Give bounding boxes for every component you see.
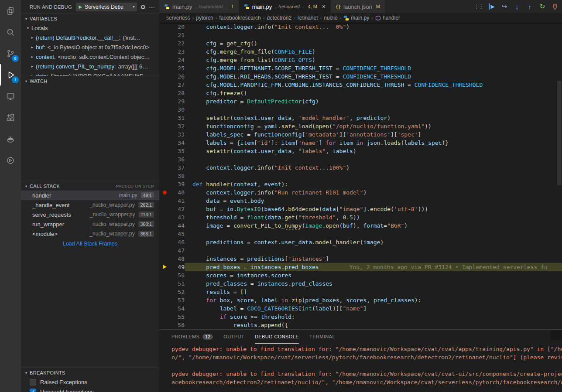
- gear-icon[interactable]: ⚙: [140, 4, 146, 10]
- debug-step-into-button[interactable]: ↓: [513, 2, 521, 11]
- code-text[interactable]: cfg.MODEL.RETINANET.SCORE_THRESH_TEST = …: [185, 64, 562, 72]
- code-text[interactable]: results.append({: [185, 321, 562, 329]
- code-text[interactable]: [185, 106, 562, 114]
- checkbox[interactable]: [30, 379, 36, 385]
- breadcrumb-item-detectron2[interactable]: detectron2: [267, 15, 291, 21]
- gutter-glyph-margin[interactable]: [159, 230, 171, 238]
- gutter-glyph-margin[interactable]: [159, 164, 171, 172]
- variable-row[interactable]: ▸data:{'image': 'iVBOR.OXG=AAAANSUhE…: [21, 71, 159, 76]
- code-text[interactable]: context.logger.info("Init context...100%…: [185, 164, 562, 172]
- gutter-glyph-margin[interactable]: [159, 304, 171, 313]
- code-text[interactable]: labels = {item['id']: item['name'] for i…: [185, 139, 562, 147]
- gutter-glyph-margin[interactable]: [159, 81, 171, 89]
- code-text[interactable]: functionconfig = yaml.safe_load(open("/o…: [185, 122, 562, 130]
- code-text[interactable]: [185, 31, 562, 39]
- debug-restart-button[interactable]: ↻: [538, 2, 547, 11]
- code-text[interactable]: [185, 155, 562, 164]
- debug-step-over-button[interactable]: ↪: [500, 2, 509, 11]
- load-all-stack-frames-link[interactable]: Load All Stack Frames: [21, 239, 159, 249]
- gutter-glyph-margin[interactable]: [159, 205, 171, 213]
- activity-item-remote-explorer[interactable]: [0, 85, 21, 107]
- gutter-glyph-margin[interactable]: [159, 288, 171, 296]
- gutter-glyph-margin[interactable]: [159, 89, 171, 97]
- code-text[interactable]: predictions = context.user_data.model_ha…: [185, 238, 562, 246]
- code-text[interactable]: instances = predictions['instances']: [185, 255, 562, 263]
- activity-item-docker[interactable]: [0, 128, 21, 150]
- editor-tab-main.py[interactable]: main.py.../retinanet/...4, M×: [239, 0, 331, 13]
- code-text[interactable]: if score >= threshold:: [185, 313, 562, 321]
- editor-scrollbar[interactable]: [557, 24, 562, 329]
- close-icon[interactable]: ×: [322, 3, 326, 10]
- code-text[interactable]: cfg.merge_from_list(CONFIG_OPTS): [185, 56, 562, 64]
- gutter-glyph-margin[interactable]: [159, 222, 171, 230]
- debug-config-dropdown[interactable]: ▶ Serverless Debu ▾: [76, 3, 137, 11]
- gutter-glyph-margin[interactable]: [159, 155, 171, 164]
- breadcrumb-item-handler[interactable]: handler: [375, 15, 400, 21]
- gutter-glyph-margin[interactable]: [159, 296, 171, 304]
- code-text[interactable]: for box, score, label in zip(pred_boxes,…: [185, 296, 562, 304]
- variable-row[interactable]: ▸(return) convert_PIL_to_numpy:array([[[…: [21, 61, 159, 71]
- code-text[interactable]: image = convert_PIL_to_numpy(Image.open(…: [185, 222, 562, 230]
- gutter-glyph-margin[interactable]: [159, 97, 171, 106]
- breadcrumb-item-main.py[interactable]: main.py: [343, 15, 369, 21]
- code-text[interactable]: cfg.MODEL.PANOPTIC_FPN.COMBINE.INSTANCES…: [185, 81, 562, 89]
- stack-frame-handler[interactable]: handlermain.py49:1: [21, 191, 159, 200]
- gutter-glyph-margin[interactable]: [159, 263, 171, 271]
- gutter-glyph-margin[interactable]: [159, 122, 171, 130]
- variable-row[interactable]: ▸context:<nuclio_sdk.context.Context obj…: [21, 52, 159, 61]
- breadcrumb-item-pytorch[interactable]: pytorch: [196, 15, 213, 21]
- code-text[interactable]: cfg.merge_from_file(CONFIG_FILE): [185, 48, 562, 56]
- variables-section-header[interactable]: ▾ VARIABLES: [21, 14, 159, 23]
- gutter-glyph-margin[interactable]: [159, 31, 171, 39]
- gutter-glyph-margin[interactable]: [159, 238, 171, 246]
- variable-row[interactable]: ▸buf:<_io.BytesIO object at 0x7f5a2dc1ec…: [21, 42, 159, 52]
- activity-item-search[interactable]: [0, 21, 21, 43]
- activity-item-source-control[interactable]: 8: [0, 43, 21, 64]
- start-debugging-icon[interactable]: ▶: [79, 4, 82, 9]
- gutter-glyph-margin[interactable]: [159, 147, 171, 155]
- debug-step-out-button[interactable]: ↑: [525, 2, 534, 11]
- gutter-glyph-margin[interactable]: [159, 23, 171, 31]
- debug-console-output[interactable]: pydev debugger: unable to find translati…: [159, 344, 562, 392]
- panel-tab-debug-console[interactable]: DEBUG CONSOLE: [255, 330, 299, 344]
- code-text[interactable]: pred_boxes = instances.pred_boxesYou, 2 …: [185, 263, 562, 271]
- panel-tab-output[interactable]: OUTPUT: [223, 330, 244, 344]
- code-text[interactable]: [185, 230, 562, 238]
- activity-item-run-alt[interactable]: [0, 150, 21, 171]
- code-text[interactable]: label = COCO_CATEGORIES[int(label)]["nam…: [185, 304, 562, 313]
- gutter-glyph-margin[interactable]: [159, 106, 171, 114]
- gutter-glyph-margin[interactable]: [159, 114, 171, 122]
- code-text[interactable]: labels_spec = functionconfig['metadata']…: [185, 130, 562, 139]
- breakpoint-option-row[interactable]: Raised Exceptions: [21, 377, 159, 387]
- gutter-glyph-margin[interactable]: [159, 180, 171, 188]
- breadcrumb-item-nuclio[interactable]: nuclio: [324, 15, 337, 21]
- editor-tab-launch.json[interactable]: {}launch.jsonM: [331, 0, 385, 13]
- gutter-glyph-margin[interactable]: [159, 255, 171, 263]
- activity-item-run-and-debug[interactable]: 1: [0, 64, 21, 85]
- code-text[interactable]: pred_classes = instances.pred_classes: [185, 280, 562, 288]
- code-text[interactable]: scores = instances.scores: [185, 271, 562, 280]
- code-text[interactable]: cfg = get_cfg(): [185, 39, 562, 48]
- code-text[interactable]: [185, 246, 562, 255]
- code-text[interactable]: def handler(context, event):: [185, 180, 562, 188]
- gutter-glyph-margin[interactable]: [159, 313, 171, 321]
- code-text[interactable]: context.logger.info("Run retinanet-R101 …: [185, 188, 562, 197]
- gutter-glyph-margin[interactable]: [159, 280, 171, 288]
- panel-tab-problems[interactable]: PROBLEMS12: [171, 330, 213, 344]
- debug-continue-button[interactable]: ▶: [487, 2, 496, 11]
- gutter-glyph-margin[interactable]: [159, 197, 171, 205]
- stack-frame-module[interactable]: <module>_nuclio_wrapper.py366:1: [21, 229, 159, 239]
- variable-row[interactable]: ▸(return) DefaultPredictor.__call__:{'in…: [21, 33, 159, 42]
- code-text[interactable]: setattr(context.user_data, 'model_handle…: [185, 114, 562, 122]
- code-text[interactable]: threshold = float(data.get("threshold", …: [185, 213, 562, 222]
- debug-gripper-button[interactable]: ⋮⋮: [474, 2, 483, 11]
- gutter-glyph-margin[interactable]: [159, 130, 171, 139]
- gutter-glyph-margin[interactable]: [159, 321, 171, 329]
- code-text[interactable]: predictor = DefaultPredictor(cfg): [185, 97, 562, 106]
- gutter-glyph-margin[interactable]: [159, 56, 171, 64]
- gutter-glyph-margin[interactable]: [159, 72, 171, 81]
- checkbox[interactable]: ✓: [30, 389, 36, 392]
- call-stack-section-header[interactable]: ▾ CALL STACK PAUSED ON STEP: [21, 181, 159, 191]
- code-text[interactable]: buf = io.BytesIO(base64.b64decode(data["…: [185, 205, 562, 213]
- breadcrumb-item-facebookresearch[interactable]: facebookresearch: [219, 15, 260, 21]
